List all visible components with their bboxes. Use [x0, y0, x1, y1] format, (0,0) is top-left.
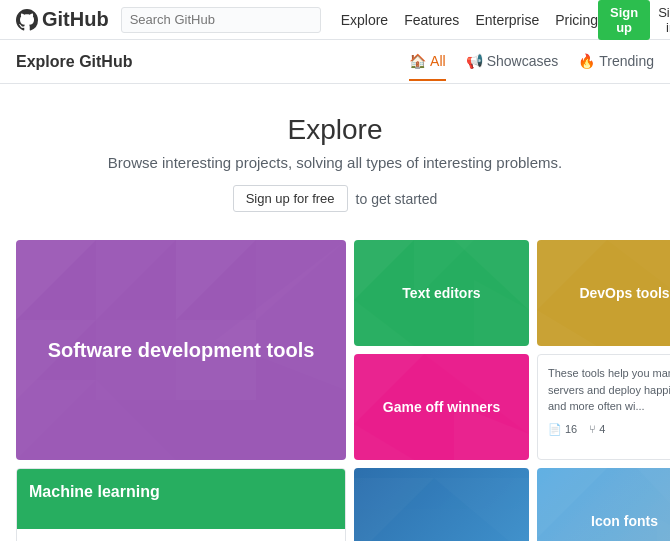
devops-desc: These tools help you manage servers and …	[548, 365, 670, 415]
nav-explore[interactable]: Explore	[341, 12, 388, 28]
tab-showcases-label: Showcases	[487, 53, 559, 69]
devops-stats: 📄 16 ⑂ 4	[548, 423, 670, 436]
nav-links: Explore Features Enterprise Pricing	[341, 12, 598, 28]
card-icon-fonts[interactable]: Icon fonts	[537, 468, 670, 541]
svg-marker-1	[96, 240, 176, 320]
icon-fonts-label: Icon fonts	[583, 505, 666, 537]
github-logo: GitHub	[16, 8, 109, 31]
card-devops-info[interactable]: These tools help you manage servers and …	[537, 354, 670, 460]
tab-showcases[interactable]: 📢 Showcases	[466, 43, 559, 81]
hero-section: Explore Browse interesting projects, sol…	[16, 114, 654, 212]
nav-enterprise[interactable]: Enterprise	[475, 12, 539, 28]
devops-label: DevOps tools	[571, 277, 670, 309]
devops-star-stat: 📄 16	[548, 423, 577, 436]
game-off-label: Game off winners	[375, 391, 508, 423]
svg-marker-23	[434, 478, 529, 541]
card-game-off[interactable]: Game off winners	[354, 354, 529, 460]
svg-marker-21	[537, 310, 597, 346]
tab-trending-label: Trending	[599, 53, 654, 69]
3d-pattern	[354, 468, 529, 541]
devops-stars: 16	[565, 423, 577, 435]
hero-subtitle: Browse interesting projects, solving all…	[16, 154, 654, 171]
card-machine-learning[interactable]: Machine learning Laying the foundations …	[16, 468, 346, 541]
top-nav: GitHub Explore Features Enterprise Prici…	[0, 0, 670, 40]
search-input[interactable]	[121, 7, 321, 33]
svg-marker-22	[354, 478, 434, 541]
fork-icon: ⑂	[589, 423, 596, 435]
showcases-icon: 📢	[466, 53, 483, 69]
software-dev-label: Software development tools	[40, 331, 323, 370]
signup-button[interactable]: Sign up	[598, 0, 650, 40]
ml-top: Machine learning	[17, 469, 345, 529]
devops-fork-stat: ⑂ 4	[589, 423, 605, 436]
subnav-tabs: 🏠 All 📢 Showcases 🔥 Trending	[409, 43, 654, 81]
github-icon	[16, 9, 38, 31]
card-3d-modeling[interactable]: 3D modeling	[354, 468, 529, 541]
ml-body: Laying the foundations for Skynet 📄 21 ⑂…	[17, 529, 345, 541]
nav-features[interactable]: Features	[404, 12, 459, 28]
svg-marker-17	[354, 424, 414, 460]
nav-right: Sign up Sign in	[598, 0, 670, 40]
tab-all[interactable]: 🏠 All	[409, 43, 446, 81]
subnav-title: Explore GitHub	[16, 53, 132, 71]
tab-all-label: All	[430, 53, 446, 69]
card-devops-tools[interactable]: DevOps tools	[537, 240, 670, 346]
cta-suffix: to get started	[356, 191, 438, 207]
home-icon: 🏠	[409, 53, 426, 69]
hero-title: Explore	[16, 114, 654, 146]
book-icon: 📄	[548, 423, 562, 436]
signin-button[interactable]: Sign in	[658, 5, 670, 35]
signup-free-button[interactable]: Sign up for free	[233, 185, 348, 212]
card-software-dev[interactable]: Software development tools	[16, 240, 346, 460]
devops-forks: 4	[599, 423, 605, 435]
tab-trending[interactable]: 🔥 Trending	[578, 43, 654, 81]
ml-label: Machine learning	[29, 483, 333, 501]
explore-grid: Software development tools Text editors …	[16, 240, 654, 541]
hero-cta: Sign up for free to get started	[16, 185, 654, 212]
sub-nav: Explore GitHub 🏠 All 📢 Showcases 🔥 Trend…	[0, 40, 670, 84]
main-content: Explore Browse interesting projects, sol…	[0, 84, 670, 541]
text-editors-label: Text editors	[394, 277, 488, 309]
nav-pricing[interactable]: Pricing	[555, 12, 598, 28]
trending-icon: 🔥	[578, 53, 595, 69]
svg-marker-2	[176, 240, 256, 320]
card-text-editors[interactable]: Text editors	[354, 240, 529, 346]
svg-marker-0	[16, 240, 96, 320]
